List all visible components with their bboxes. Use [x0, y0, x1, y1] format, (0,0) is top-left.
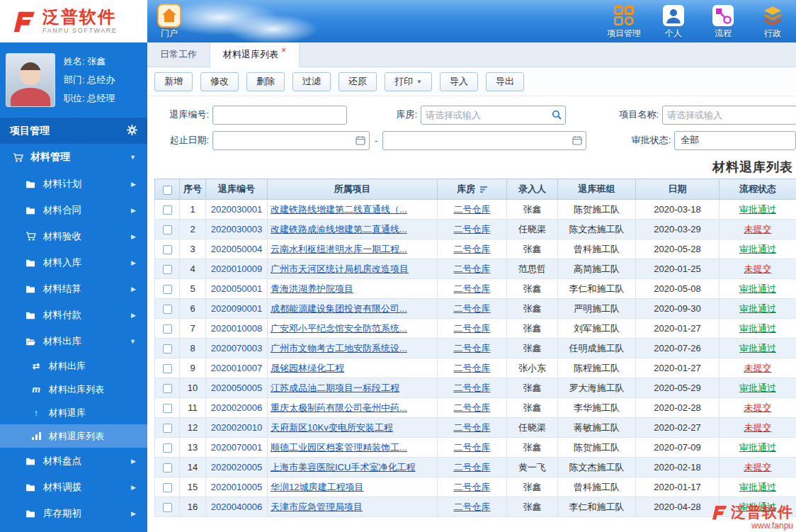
row-checkbox[interactable] [163, 305, 172, 314]
column-header[interactable]: 库房 [438, 179, 507, 200]
warehouse-input[interactable] [421, 106, 566, 125]
project-link[interactable]: 天津市应急管理局项目 [271, 502, 363, 512]
project-link[interactable]: 改建铁路成渝线增建第二直通线... [271, 224, 407, 234]
tab-material-return-list[interactable]: 材料退库列表× [210, 43, 300, 67]
warehouse-link[interactable]: 二号仓库 [454, 343, 491, 353]
project-link[interactable]: 晟铭园林绿化工程 [271, 363, 344, 373]
status-link[interactable]: 未提交 [744, 363, 772, 373]
nav-workflow[interactable]: 流程 [705, 4, 741, 40]
row-checkbox[interactable] [163, 424, 172, 433]
warehouse-link[interactable]: 二号仓库 [454, 303, 491, 314]
row-checkbox[interactable] [163, 443, 172, 453]
status-link[interactable]: 审批通过 [739, 244, 776, 254]
project-link[interactable]: 广安邓小平纪念馆安全防范系统... [271, 323, 407, 334]
add-button[interactable]: 新增 [154, 72, 193, 91]
tab-daily-work[interactable]: 日常工作 [147, 43, 210, 67]
sidebar-item-material-contract[interactable]: 材料合同▶ [0, 197, 147, 223]
project-link[interactable]: 华润12城房建工程项目 [271, 482, 363, 492]
row-checkbox[interactable] [163, 463, 172, 472]
return-id-link[interactable]: 2020020010 [211, 422, 262, 433]
print-button[interactable]: 打印▼ [385, 72, 432, 91]
status-link[interactable]: 未提交 [744, 462, 772, 472]
warehouse-link[interactable]: 二号仓库 [454, 204, 491, 215]
return-id-link[interactable]: 2020020005 [211, 462, 262, 472]
sidebar-item-material-payment[interactable]: 材料付款▶ [0, 302, 147, 328]
restore-button[interactable]: 还原 [339, 72, 377, 91]
status-link[interactable]: 未提交 [744, 264, 772, 274]
return-id-link[interactable]: 2020020006 [211, 402, 262, 413]
return-id-link[interactable]: 2020030001 [211, 204, 262, 215]
warehouse-link[interactable]: 二号仓库 [454, 264, 491, 274]
project-name-input[interactable] [662, 106, 796, 125]
column-header[interactable]: 序号 [180, 179, 206, 200]
row-checkbox[interactable] [163, 503, 172, 512]
row-checkbox[interactable] [163, 364, 172, 373]
sidebar-item-material-settlement[interactable]: 材料结算▶ [0, 276, 147, 302]
header-select-all[interactable] [155, 179, 180, 200]
edit-button[interactable]: 修改 [200, 72, 239, 91]
return-id-link[interactable]: 2020010008 [211, 323, 262, 334]
row-checkbox[interactable] [163, 344, 172, 353]
project-link[interactable]: 广州市文物考古工地安防系统设... [271, 343, 407, 353]
calendar-icon[interactable] [356, 135, 365, 145]
warehouse-link[interactable]: 二号仓库 [454, 283, 491, 294]
search-icon[interactable] [552, 110, 562, 120]
project-link[interactable]: 云南水利枢纽潜明水库一期工程... [271, 244, 407, 254]
row-checkbox[interactable] [163, 265, 172, 274]
status-link[interactable]: 审批通过 [739, 303, 776, 314]
project-link[interactable]: 天府新区10Kv变电所安装工程 [271, 422, 393, 433]
export-button[interactable]: 导出 [486, 72, 524, 91]
project-link[interactable]: 青海洪湖养护院项目 [271, 283, 353, 294]
column-header[interactable]: 退库编号 [206, 179, 268, 200]
status-link[interactable]: 审批通过 [739, 323, 776, 334]
return-id-link[interactable]: 2020050001 [211, 283, 262, 294]
warehouse-link[interactable]: 二号仓库 [454, 482, 491, 492]
project-link[interactable]: 江苏成品油二期项目一标段工程 [271, 383, 399, 393]
filter-button[interactable]: 过滤 [292, 72, 331, 91]
return-id-input[interactable] [212, 106, 347, 125]
nav-personal[interactable]: 个人 [656, 4, 691, 40]
return-id-link[interactable]: 2020090001 [211, 303, 262, 314]
column-header[interactable]: 录入人 [507, 179, 558, 200]
project-link[interactable]: 重庆太极制药有限公司亳州中药... [271, 402, 407, 413]
warehouse-link[interactable]: 二号仓库 [454, 462, 491, 472]
nav-administration[interactable]: 行政 [755, 4, 790, 40]
row-checkbox[interactable] [163, 384, 172, 393]
return-id-link[interactable]: 2020040006 [211, 502, 262, 512]
status-link[interactable]: 审批通过 [739, 283, 776, 294]
sidebar-section-header[interactable]: 项目管理 [0, 118, 147, 144]
warehouse-link[interactable]: 二号仓库 [454, 363, 491, 373]
nav-portal[interactable]: 门户 [153, 4, 186, 40]
row-checkbox[interactable] [163, 205, 172, 215]
date-to-input[interactable] [382, 131, 586, 150]
row-checkbox[interactable] [163, 245, 172, 254]
status-link[interactable]: 审批通过 [739, 204, 776, 215]
status-link[interactable]: 审批通过 [739, 482, 776, 492]
project-link[interactable]: 上海市美容医院ICU手术室净化工程 [271, 462, 415, 472]
return-id-link[interactable]: 2020010005 [211, 482, 262, 492]
select-all-checkbox[interactable] [163, 186, 172, 195]
sidebar-item-material-return-list[interactable]: 材料退库列表 [0, 424, 147, 448]
row-checkbox[interactable] [163, 483, 172, 492]
warehouse-link[interactable]: 二号仓库 [454, 244, 491, 254]
import-button[interactable]: 导入 [440, 72, 478, 91]
sidebar-item-material-stocktake[interactable]: 材料盘点▶ [0, 448, 147, 474]
warehouse-link[interactable]: 二号仓库 [454, 224, 491, 234]
warehouse-link[interactable]: 二号仓库 [454, 402, 491, 413]
tab-close-icon[interactable]: × [281, 45, 286, 55]
column-header[interactable]: 退库班组 [558, 179, 636, 200]
status-link[interactable]: 审批通过 [739, 383, 776, 393]
warehouse-link[interactable]: 二号仓库 [454, 422, 491, 433]
warehouse-link[interactable]: 二号仓库 [454, 323, 491, 334]
return-id-link[interactable]: 2020030003 [211, 224, 262, 234]
return-id-link[interactable]: 2020070001 [211, 442, 262, 453]
sidebar-item-material-inbound[interactable]: 材料入库▶ [0, 249, 147, 276]
warehouse-link[interactable]: 二号仓库 [454, 383, 491, 393]
column-header[interactable]: 所属项目 [268, 179, 438, 200]
warehouse-link[interactable]: 二号仓库 [454, 502, 491, 512]
row-checkbox[interactable] [163, 225, 172, 234]
nav-project-management[interactable]: 项目管理 [606, 4, 642, 40]
status-link[interactable]: 未提交 [744, 422, 772, 433]
sidebar-item-material-outbound-list[interactable]: m材料出库列表 [0, 378, 147, 401]
return-id-link[interactable]: 2020050005 [211, 383, 262, 393]
